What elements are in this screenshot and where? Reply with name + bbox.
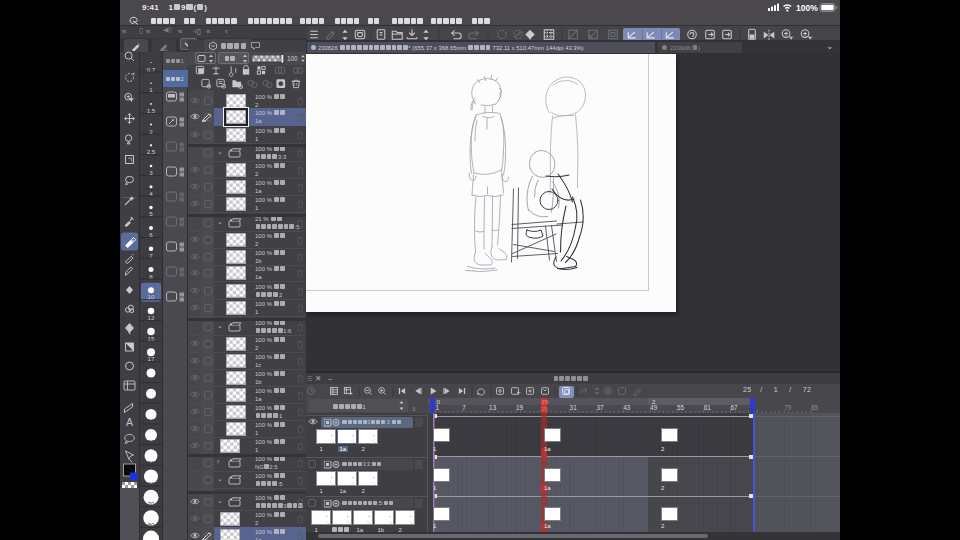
svg-text:0: 0	[437, 398, 441, 405]
svg-text:7: 7	[149, 252, 153, 259]
svg-text:37: 37	[596, 404, 604, 411]
svg-text:A: A	[126, 416, 133, 428]
svg-text:+: +	[373, 433, 376, 438]
svg-text:17: 17	[148, 355, 155, 362]
svg-text:55: 55	[677, 404, 685, 411]
svg-text:67: 67	[731, 404, 739, 411]
svg-text:80: 80	[148, 521, 155, 528]
svg-text:60: 60	[148, 480, 155, 487]
svg-text:+: +	[352, 433, 355, 438]
svg-text:+: +	[331, 475, 334, 480]
svg-text:3: 3	[149, 169, 153, 176]
svg-text:85: 85	[811, 404, 819, 411]
svg-text:1: 1	[436, 404, 440, 411]
svg-text:19: 19	[516, 404, 524, 411]
svg-text:6: 6	[149, 231, 153, 238]
svg-text:+: +	[389, 514, 392, 519]
svg-text:5: 5	[149, 210, 153, 217]
svg-text:7: 7	[462, 404, 466, 411]
svg-text:13: 13	[489, 404, 497, 411]
svg-text:79: 79	[784, 404, 792, 411]
svg-text:+: +	[352, 475, 355, 480]
svg-text:70: 70	[148, 500, 155, 507]
svg-text:40: 40	[148, 438, 155, 445]
svg-text:+: +	[410, 514, 413, 519]
svg-text:43: 43	[623, 404, 631, 411]
svg-text:1: 1	[149, 86, 153, 93]
svg-text:15: 15	[148, 335, 155, 342]
svg-text:25: 25	[148, 397, 155, 404]
svg-text:12: 12	[148, 314, 155, 321]
svg-text:50: 50	[148, 459, 155, 466]
svg-text:0.7: 0.7	[147, 66, 156, 73]
svg-text:10: 10	[148, 293, 155, 300]
svg-text:30: 30	[148, 417, 155, 424]
svg-text:8: 8	[149, 273, 153, 280]
svg-text:1.5: 1.5	[147, 107, 156, 114]
svg-text:100%: 100%	[796, 3, 818, 13]
svg-text:20: 20	[148, 376, 155, 383]
svg-text:+: +	[368, 514, 371, 519]
svg-text:+: +	[326, 514, 329, 519]
svg-text:+: +	[347, 514, 350, 519]
svg-text:+: +	[331, 433, 334, 438]
svg-text:+: +	[373, 475, 376, 480]
svg-text:2: 2	[652, 398, 656, 405]
svg-text:4: 4	[149, 190, 153, 197]
svg-text:2.5: 2.5	[147, 148, 156, 155]
svg-text:31: 31	[570, 404, 578, 411]
svg-text:2: 2	[149, 128, 153, 135]
svg-text:61: 61	[704, 404, 712, 411]
svg-text:49: 49	[650, 404, 658, 411]
